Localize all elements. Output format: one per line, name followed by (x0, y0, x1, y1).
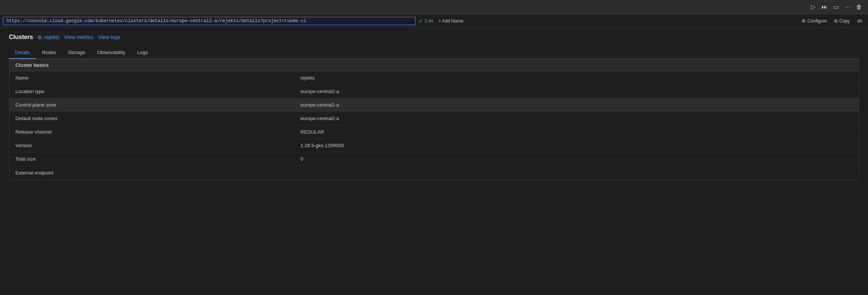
main-content: Clusters ⊞ rejekts View metrics View log… (0, 28, 868, 186)
row-label-default-node-zones: Default node zones (15, 116, 300, 121)
table-row: External endpoint (9, 166, 859, 179)
table-row: Name rejekts (9, 71, 859, 85)
row-label-location-type: Location type (15, 89, 300, 94)
view-metrics-link[interactable]: View metrics (64, 34, 93, 40)
tabs-bar: Details Nodes Storage Observability Logs (9, 47, 859, 59)
configure-button[interactable]: ⚙ Configure (799, 17, 830, 25)
table-row: Control plane zone europe-central2-a (9, 98, 859, 112)
run-all-icon[interactable]: ⏭ (820, 3, 829, 11)
table-row: Default node zones europe-central2-a (9, 112, 859, 125)
clusters-header: Clusters ⊞ rejekts View metrics View log… (9, 34, 859, 41)
gear-icon: ⚙ (802, 18, 806, 24)
add-name-button[interactable]: + Add Name (436, 18, 466, 24)
row-label-release-channel: Release channel (15, 129, 300, 135)
sh-button[interactable]: sh (854, 17, 865, 25)
table-row: Release channel REGULAR (9, 125, 859, 139)
row-value-control-plane-zone: europe-central2-a (300, 102, 853, 108)
row-label-version: Version (15, 143, 300, 148)
copy-icon: ⧉ (834, 18, 838, 24)
delete-icon[interactable]: 🗑 (854, 3, 863, 11)
status-time: 1.4s (425, 18, 433, 24)
tab-logs[interactable]: Logs (131, 47, 154, 59)
more-icon[interactable]: ··· (844, 3, 851, 11)
row-label-name: Name (15, 75, 300, 81)
tab-details[interactable]: Details (9, 47, 36, 59)
view-logs-link[interactable]: View logs (98, 34, 120, 40)
row-value-version: 1.28.9-gke.1289000 (300, 143, 853, 148)
section-header-cluster-basics: Cluster basics (9, 59, 859, 71)
row-value-name: rejekts (300, 75, 853, 81)
url-bar-row: ✓ 1.4s + Add Name ⚙ Configure ⧉ Copy sh (0, 14, 868, 28)
status-indicator: ✓ 1.4s (419, 18, 433, 24)
row-label-control-plane-zone: Control plane zone (15, 102, 300, 108)
table-row: Location type europe-central2-a (9, 85, 859, 98)
row-value-total-size: 0 (300, 156, 853, 162)
cluster-name: rejekts (44, 34, 59, 40)
table-row: Version 1.28.9-gke.1289000 (9, 139, 859, 152)
table-row: Total size 0 (9, 152, 859, 166)
top-toolbar: ▷ ⏭ ▭ ··· 🗑 (0, 0, 868, 14)
checkmark-icon: ✓ (419, 18, 423, 24)
row-value-release-channel: REGULAR (300, 129, 853, 135)
tab-storage[interactable]: Storage (62, 47, 91, 59)
split-icon[interactable]: ▭ (832, 3, 841, 11)
tab-observability[interactable]: Observability (91, 47, 131, 59)
tab-nodes[interactable]: Nodes (36, 47, 62, 59)
cluster-link[interactable]: ⊞ rejekts (38, 34, 59, 40)
cluster-basics-table: Cluster basics Name rejekts Location typ… (9, 59, 859, 180)
row-label-total-size: Total size (15, 156, 300, 162)
row-label-external-endpoint: External endpoint (15, 170, 300, 176)
clusters-title: Clusters (9, 34, 33, 41)
cluster-grid-icon: ⊞ (38, 34, 42, 40)
run-icon[interactable]: ▷ (809, 3, 817, 11)
row-value-location-type: europe-central2-a (300, 89, 853, 94)
right-toolbar: ⚙ Configure ⧉ Copy sh (799, 17, 865, 25)
copy-button[interactable]: ⧉ Copy (831, 17, 853, 25)
url-input[interactable] (3, 17, 416, 25)
row-value-default-node-zones: europe-central2-a (300, 116, 853, 121)
